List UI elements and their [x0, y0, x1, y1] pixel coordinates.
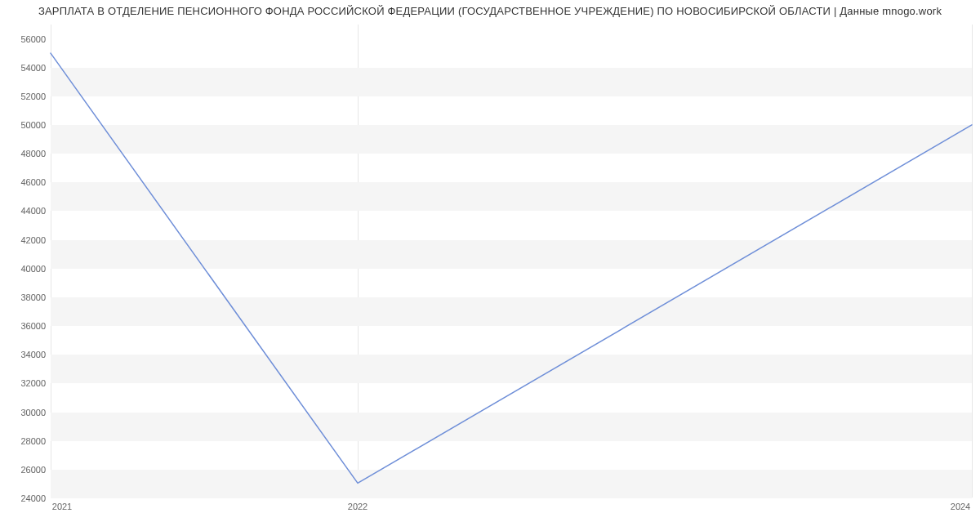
- y-tick-label: 34000: [20, 350, 46, 359]
- y-tick-label: 56000: [20, 34, 46, 44]
- y-tick-label: 46000: [20, 177, 46, 187]
- y-tick-label: 54000: [20, 63, 46, 73]
- chart-container: ЗАРПЛАТА В ОТДЕЛЕНИЕ ПЕНСИОННОГО ФОНДА Р…: [0, 0, 980, 531]
- y-tick-label: 32000: [20, 378, 46, 388]
- plot-area: [51, 25, 972, 498]
- y-tick-label: 38000: [20, 292, 46, 302]
- y-tick-label: 30000: [20, 408, 46, 417]
- x-axis: 202120222024: [51, 498, 972, 531]
- x-tick-label: 2024: [951, 502, 970, 511]
- y-tick-label: 48000: [20, 149, 46, 158]
- vertical-gridline: [972, 25, 973, 498]
- chart-title: ЗАРПЛАТА В ОТДЕЛЕНИЕ ПЕНСИОННОГО ФОНДА Р…: [0, 5, 980, 17]
- y-tick-label: 44000: [20, 206, 46, 216]
- x-tick-label: 2021: [52, 502, 72, 511]
- y-tick-label: 42000: [20, 235, 46, 245]
- y-tick-label: 40000: [20, 264, 46, 274]
- y-axis: 2400026000280003000032000340003600038000…: [0, 25, 51, 498]
- x-tick-label: 2022: [348, 502, 368, 511]
- y-tick-label: 52000: [20, 91, 46, 101]
- y-tick-label: 26000: [20, 465, 46, 475]
- y-tick-label: 28000: [20, 436, 46, 446]
- y-tick-label: 24000: [20, 493, 46, 503]
- y-tick-label: 50000: [20, 120, 46, 130]
- series-line: [51, 25, 972, 498]
- y-tick-label: 36000: [20, 321, 46, 331]
